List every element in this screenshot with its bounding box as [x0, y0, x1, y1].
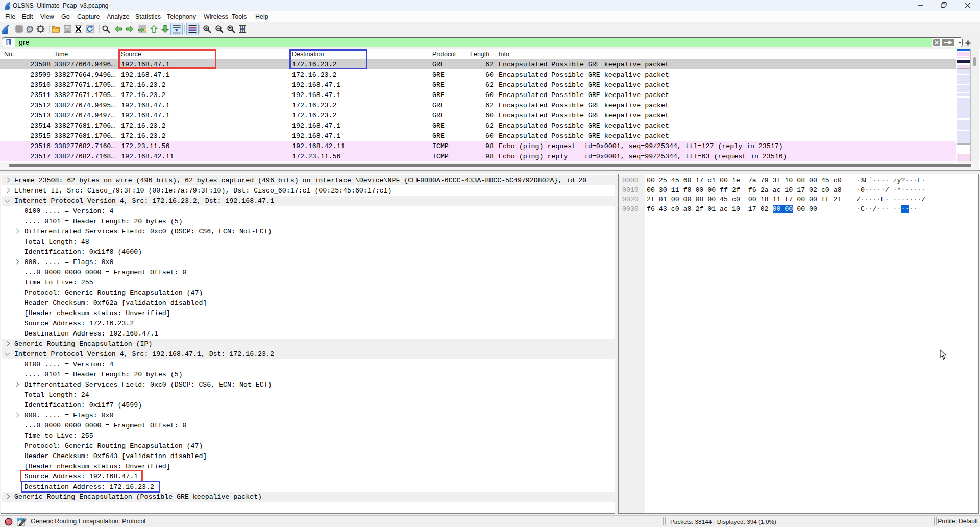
- svg-text:010: 010: [65, 29, 70, 32]
